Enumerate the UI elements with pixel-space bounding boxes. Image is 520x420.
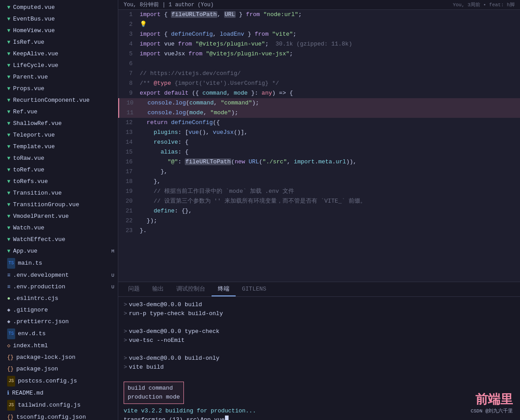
line-num-20: 20 (118, 196, 140, 206)
line-num-12: 12 (118, 118, 140, 128)
code-container[interactable]: 1 import { fileURLToPath, URL } from "no… (118, 10, 520, 282)
vue-icon: ▼ (7, 246, 10, 256)
vue-icon: ▼ (7, 107, 10, 117)
sidebar-item-prettier[interactable]: ◆ .prettierrc.json (0, 316, 118, 328)
code-line-13: 13 plugins: [vue(), vueJsx()], (118, 128, 520, 137)
sidebar-item-label: EventBus.vue (13, 14, 55, 24)
vue-icon: ▼ (7, 165, 10, 175)
sidebar-item-ref[interactable]: ▼ Ref.vue (0, 106, 118, 118)
sidebar-item-recurtion[interactable]: ▼ RecurtionComponent.vue (0, 95, 118, 106)
sidebar-item-label: TransitionGroup.vue (13, 200, 79, 210)
vue-icon: ▼ (7, 84, 10, 94)
vue-icon: ▼ (7, 37, 10, 47)
tab-output[interactable]: 输出 (146, 282, 170, 296)
vue-icon: ▼ (7, 61, 10, 71)
sidebar-item-envprod[interactable]: ≡ .env.production U (0, 281, 118, 293)
highlight-output-box: build command production mode (124, 382, 184, 404)
sidebar-item-watch[interactable]: ▼ Watch.vue (0, 222, 118, 234)
sidebar-item-package[interactable]: {} package.json (0, 363, 118, 375)
sidebar-item-eventbus[interactable]: ▼ EventBus.vue (0, 13, 118, 25)
line-num-3: 3 (118, 29, 140, 39)
sidebar-item-label: toRefs.vue (13, 177, 48, 187)
sidebar-item-label: toRef.vue (13, 165, 44, 175)
vue-icon: ▼ (7, 26, 10, 36)
code-line-20: 20 // 设置第三个参数为 '' 来加载所有环境变量，而不管是否有 `VITE… (118, 196, 520, 206)
sidebar-item-transition[interactable]: ▼ Transition.vue (0, 187, 118, 199)
sidebar-item-torefs[interactable]: ▼ toRefs.vue (0, 176, 118, 187)
sidebar-item-teleport[interactable]: ▼ Teleport.vue (0, 129, 118, 141)
sidebar-item-packagelock[interactable]: {} package-lock.json (0, 352, 118, 363)
json-icon: {} (7, 353, 13, 362)
sidebar-item-tailwind[interactable]: JS tailwind.config.js (0, 399, 118, 412)
sidebar-item-label: App.vue (13, 246, 37, 256)
sidebar-item-eslint[interactable]: ● .eslintrc.cjs (0, 293, 118, 304)
vue-icon: ▼ (7, 177, 10, 187)
term-line-5: > vue3-demc@0.0.0 build-only (124, 354, 515, 363)
git-blame-bar: You, 8分钟前 | 1 author (You) You, 3周前 • fe… (118, 0, 520, 10)
sidebar-item-homeview[interactable]: ▼ HomeView.vue (0, 25, 118, 37)
sidebar-item-toraw[interactable]: ▼ toRaw.vue (0, 153, 118, 164)
line-content-13: plugins: [vue(), vueJsx()], (140, 128, 516, 137)
sidebar-item-label: package.json (16, 364, 58, 374)
sidebar-item-indexhtml[interactable]: ◇ index.html (0, 340, 118, 352)
sidebar-item-toref[interactable]: ▼ toRef.vue (0, 164, 118, 176)
line-num-15: 15 (118, 147, 140, 157)
term-text: run-p type-check build-only (129, 309, 223, 318)
sidebar-item-template[interactable]: ▼ Template.vue (0, 141, 118, 153)
vue-icon: ▼ (7, 223, 10, 233)
code-line-14: 14 resolve: { (118, 137, 520, 147)
sidebar-item-keepalive[interactable]: ▼ KeepAlive.vue (0, 48, 118, 60)
sidebar-item-props[interactable]: ▼ Props.vue (0, 83, 118, 95)
term-line-2: > run-p type-check build-only (124, 309, 515, 318)
html-icon: ◇ (7, 341, 10, 351)
sidebar-item-label: IsRef.vue (13, 37, 44, 47)
line-content-15: alias: { (140, 147, 516, 157)
sidebar-item-label: RecurtionComponent.vue (13, 96, 90, 105)
sidebar-item-appvue[interactable]: ▼ App.vue M (0, 245, 118, 257)
term-text: vue-tsc --noEmit (129, 336, 185, 345)
code-line-22: 22 }); (118, 216, 520, 226)
line-content-8: /** @type {import('vite').UserConfig} */ (140, 79, 516, 88)
code-line-8: 8 /** @type {import('vite').UserConfig} … (118, 79, 520, 88)
vue-icon: ▼ (7, 3, 10, 12)
sidebar-item-readme[interactable]: ℹ README.md (0, 387, 118, 399)
tab-terminal[interactable]: 终端 (212, 282, 236, 296)
sidebar-item-tsconfigconfig[interactable]: {} tsconfig.config.json (0, 412, 118, 420)
untracked-badge: U (111, 282, 114, 292)
dot-icon: ◆ (7, 317, 10, 327)
sidebar-item-lifecycle[interactable]: ▼ LifeCycle.vue (0, 60, 118, 71)
sidebar-item-label: Teleport.vue (13, 130, 55, 140)
sidebar-item-label: .env.development (13, 270, 69, 280)
sidebar-item-maints[interactable]: TS main.ts (0, 257, 118, 270)
sidebar-item-postcss[interactable]: JS postcss.config.js (0, 375, 118, 387)
line-content-12: return defineConfig({ (140, 118, 516, 128)
sidebar-item-label: README.md (12, 388, 43, 398)
term-prompt: > (124, 300, 127, 309)
sidebar-item-gitignore[interactable]: ◆ .gitignore (0, 304, 118, 316)
sidebar-item-envdev[interactable]: ≡ .env.development U (0, 270, 118, 281)
code-line-19: 19 // 根据当前工作目录中的 `mode` 加载 .env 文件 (118, 187, 520, 196)
sidebar-item-envdts[interactable]: TS env.d.ts (0, 328, 118, 340)
line-content-22: }); (140, 216, 516, 226)
sidebar-item-label: Ref.vue (13, 107, 37, 117)
js-icon: JS (7, 400, 15, 411)
sidebar-item-label: .eslintrc.cjs (13, 294, 58, 304)
line-content-9: export default ({ command, mode }: any) … (140, 88, 516, 98)
tab-gitlens[interactable]: GITLENS (236, 283, 273, 296)
vue-icon: ▼ (7, 142, 10, 152)
sidebar-item-label: Computed.vue (13, 3, 55, 12)
sidebar-item-shallowref[interactable]: ▼ ShallowRef.vue (0, 118, 118, 129)
sidebar-item-transitiongroup[interactable]: ▼ TransitionGroup.vue (0, 199, 118, 211)
terminal-content[interactable]: > vue3-demc@0.0.0 build > run-p type-che… (118, 297, 520, 420)
sidebar-item-watcheffect[interactable]: ▼ WatchEffect.vue (0, 234, 118, 245)
line-content-10: console.log(command, "command"); (141, 98, 516, 108)
sidebar-item-vmodelparent[interactable]: ▼ VmodelParent.vue (0, 211, 118, 222)
sidebar-item-isref[interactable]: ▼ IsRef.vue (0, 37, 118, 48)
sidebar-item-computed[interactable]: ▼ Computed.vue (0, 2, 118, 13)
tab-debug[interactable]: 调试控制台 (170, 282, 212, 296)
tab-problems[interactable]: 问题 (122, 282, 146, 296)
env-icon: ≡ (7, 282, 10, 292)
blame-right: You, 3周前 • feat: h脚 (453, 1, 515, 8)
sidebar-item-parent[interactable]: ▼ Parent.vue (0, 71, 118, 83)
json-icon: {} (7, 364, 13, 374)
